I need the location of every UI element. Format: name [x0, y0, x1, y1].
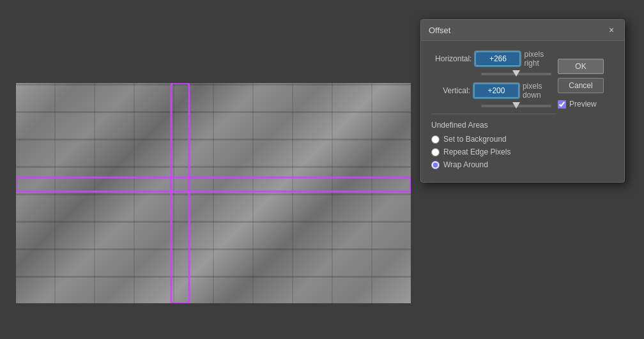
radio-set-bg[interactable] — [431, 135, 440, 144]
buttons-column: OK Cancel Preview — [558, 59, 604, 109]
radio-row-repeat-edge: Repeat Edge Pixels — [431, 147, 556, 156]
vertical-slider-row — [431, 105, 556, 107]
undefined-areas-heading: Undefined Areas — [431, 121, 556, 130]
offset-dialog: Offset × Horizontal: pixels right — [420, 19, 625, 183]
dialog-body: Horizontal: pixels right Vertical: pixel… — [421, 41, 624, 182]
dialog-title: Offset — [429, 26, 450, 35]
horizontal-input[interactable] — [475, 52, 520, 66]
radio-repeat-edge[interactable] — [431, 148, 440, 156]
preview-label: Preview — [569, 100, 597, 109]
radio-row-set-bg: Set to Background — [431, 135, 556, 144]
horizontal-slider-thumb — [512, 70, 520, 77]
radio-wrap-around[interactable] — [431, 161, 440, 169]
stone-texture — [16, 83, 411, 303]
radio-label-set-bg: Set to Background — [443, 135, 507, 144]
horizontal-label: Horizontal: — [431, 54, 471, 63]
radio-label-repeat-edge: Repeat Edge Pixels — [443, 147, 510, 156]
radio-label-wrap-around: Wrap Around — [443, 160, 488, 169]
vertical-label: Vertical: — [431, 86, 470, 95]
horizontal-slider-row — [431, 73, 556, 75]
ok-button[interactable]: OK — [558, 59, 604, 74]
horizontal-unit: pixels right — [524, 50, 556, 68]
cancel-button[interactable]: Cancel — [558, 78, 604, 93]
dialog-close-button[interactable]: × — [606, 25, 617, 35]
vertical-slider-thumb — [512, 102, 520, 109]
horizontal-field-row: Horizontal: pixels right — [431, 50, 556, 68]
divider — [431, 114, 556, 114]
vertical-input[interactable] — [474, 84, 519, 98]
dialog-titlebar: Offset × — [421, 20, 624, 41]
dialog-content-wrapper: Horizontal: pixels right Vertical: pixel… — [431, 50, 614, 169]
radio-row-wrap-around: Wrap Around — [431, 160, 556, 169]
horizontal-slider[interactable] — [481, 73, 551, 75]
canvas-image — [16, 83, 411, 303]
vertical-field-row: Vertical: pixels down — [431, 82, 556, 100]
preview-row: Preview — [558, 100, 604, 109]
vertical-slider[interactable] — [481, 105, 551, 107]
vertical-unit: pixels down — [523, 82, 556, 100]
preview-checkbox[interactable] — [558, 100, 566, 109]
